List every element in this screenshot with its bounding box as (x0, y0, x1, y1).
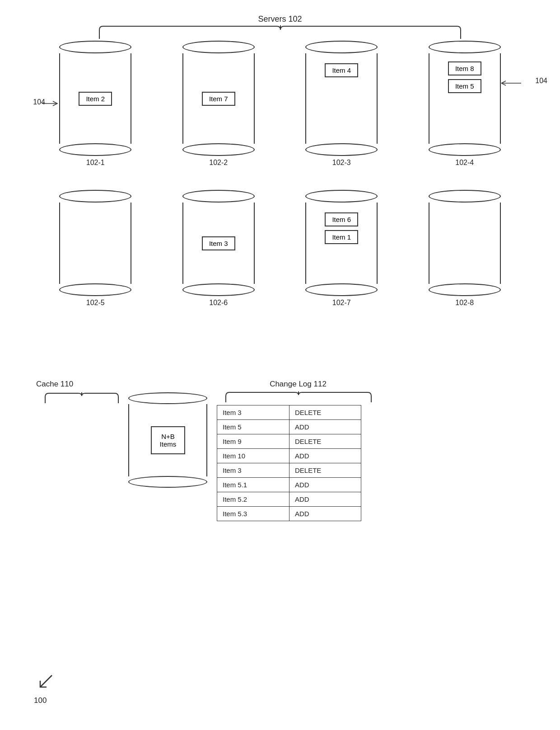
changelog-item: Item 9 (217, 434, 289, 449)
changelog-row: Item 3DELETE (217, 463, 361, 478)
server-102-6: Item 3 102-6 (159, 190, 278, 307)
server-102-1-label: 102-1 (86, 159, 105, 167)
item-box: Item 4 (325, 63, 358, 77)
server-102-2: Item 7 102-2 (159, 41, 278, 167)
changelog-action: DELETE (289, 434, 361, 449)
changelog-item: Item 10 (217, 449, 289, 463)
page: Servers 102 Item 2 104 (0, 0, 560, 730)
item-box: Item 2 (79, 92, 112, 106)
changelog-item: Item 5.3 (217, 507, 289, 521)
item-box: Item 8 (448, 61, 481, 75)
changelog-action: DELETE (289, 463, 361, 478)
cache-content: N+BItems (151, 426, 186, 454)
item-box: Item 1 (325, 230, 358, 244)
item-box: Item 3 (202, 236, 235, 250)
server-102-5: 102-5 (36, 190, 155, 307)
changelog-action: DELETE (289, 405, 361, 420)
changelog-item: Item 5 (217, 420, 289, 434)
changelog-action: ADD (289, 478, 361, 492)
server-102-2-label: 102-2 (209, 159, 228, 167)
changelog-action: ADD (289, 420, 361, 434)
server-102-4: Item 8 Item 5 104 102-4 (406, 41, 524, 167)
ref-104-arrow-right (501, 80, 525, 87)
cache-title: Cache 110 (36, 380, 207, 389)
server-102-6-label: 102-6 (209, 299, 228, 307)
changelog-table: Item 3DELETEItem 5ADDItem 9DELETEItem 10… (217, 405, 361, 521)
item-box: Item 5 (448, 79, 481, 93)
server-102-7: Item 6 Item 1 102-7 (282, 190, 401, 307)
changelog-title: Change Log 112 (217, 380, 379, 389)
changelog-row: Item 5.1ADD (217, 478, 361, 492)
changelog-item: Item 3 (217, 463, 289, 478)
ref-104-right: 104 (535, 77, 547, 85)
cache-section: Cache 110 N+BItems (36, 380, 207, 488)
changelog-action: ADD (289, 507, 361, 521)
changelog-item: Item 5.2 (217, 492, 289, 507)
changelog-item: Item 5.1 (217, 478, 289, 492)
changelog-row: Item 5ADD (217, 420, 361, 434)
ref-100-arrow-icon (34, 671, 56, 693)
svg-line-2 (41, 675, 52, 687)
server-102-8-label: 102-8 (455, 299, 474, 307)
servers-title: Servers 102 (258, 14, 302, 24)
server-102-4-label: 102-4 (455, 159, 474, 167)
server-102-8: 102-8 (406, 190, 524, 307)
changelog-row: Item 5.3ADD (217, 507, 361, 521)
server-102-5-label: 102-5 (86, 299, 105, 307)
changelog-section: Change Log 112 Item 3DELETEItem 5ADDItem… (217, 380, 379, 521)
changelog-row: Item 3DELETE (217, 405, 361, 420)
ref-100-area: 100 (34, 671, 56, 705)
changelog-row: Item 10ADD (217, 449, 361, 463)
changelog-row: Item 9DELETE (217, 434, 361, 449)
server-102-7-label: 102-7 (332, 299, 351, 307)
ref-100-label: 100 (34, 696, 56, 705)
changelog-row: Item 5.2ADD (217, 492, 361, 507)
ref-104-arrow (42, 100, 60, 107)
cache-brace (36, 391, 126, 404)
changelog-action: ADD (289, 492, 361, 507)
server-102-3: Item 4 102-3 (282, 41, 401, 167)
changelog-item: Item 3 (217, 405, 289, 420)
changelog-brace (217, 391, 379, 403)
server-102-1: Item 2 104 102-1 (36, 41, 155, 167)
servers-brace (95, 24, 465, 40)
server-102-3-label: 102-3 (332, 159, 351, 167)
item-box: Item 7 (202, 92, 235, 106)
item-box: Item 6 (325, 212, 358, 226)
changelog-action: ADD (289, 449, 361, 463)
